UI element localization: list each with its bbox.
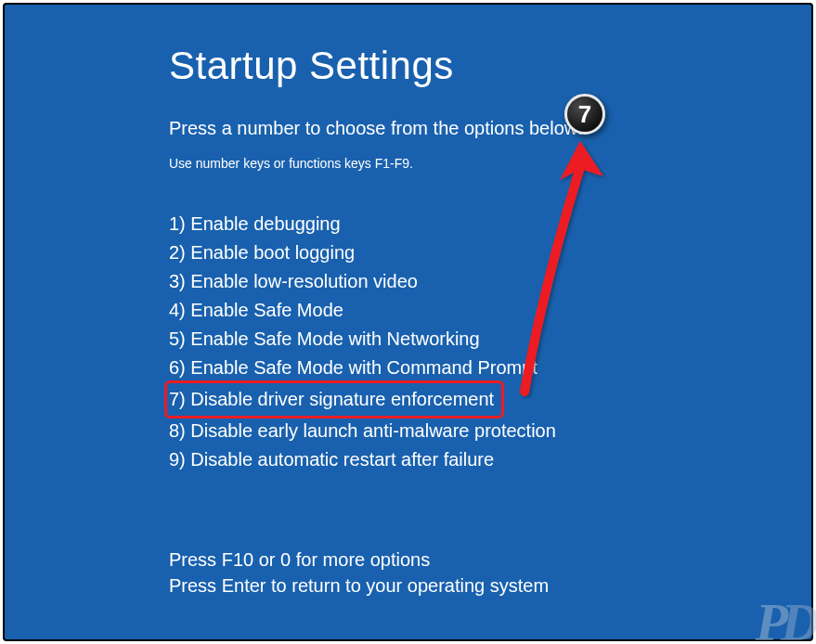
- page-title: Startup Settings: [169, 44, 811, 88]
- option-4-safe-mode[interactable]: 4) Enable Safe Mode: [169, 296, 343, 325]
- footer-more-options: Press F10 or 0 for more options: [169, 547, 811, 573]
- startup-options-list: 1) Enable debugging 2) Enable boot loggi…: [169, 210, 811, 474]
- startup-settings-screen: Startup Settings Press a number to choos…: [3, 3, 813, 641]
- option-2-boot-logging[interactable]: 2) Enable boot logging: [169, 238, 355, 267]
- option-5-safe-mode-networking[interactable]: 5) Enable Safe Mode with Networking: [169, 325, 480, 354]
- hint-text: Use number keys or functions keys F1-F9.: [169, 156, 811, 171]
- annotation-badge-7: 7: [564, 94, 605, 135]
- badge-number: 7: [578, 100, 591, 129]
- option-3-low-res-video[interactable]: 3) Enable low-resolution video: [169, 267, 418, 296]
- option-6-safe-mode-cmd[interactable]: 6) Enable Safe Mode with Command Prompt: [169, 354, 538, 382]
- option-7-disable-driver-sig[interactable]: 7) Disable driver signature enforcement: [169, 385, 494, 414]
- option-8-disable-antimalware[interactable]: 8) Disable early launch anti-malware pro…: [169, 417, 556, 445]
- highlight-box: 7) Disable driver signature enforcement: [164, 380, 504, 419]
- watermark-logo: PD: [756, 596, 812, 644]
- option-1-debugging[interactable]: 1) Enable debugging: [169, 210, 341, 238]
- footer-return: Press Enter to return to your operating …: [169, 573, 811, 599]
- option-9-disable-auto-restart[interactable]: 9) Disable automatic restart after failu…: [169, 445, 494, 474]
- instruction-text: Press a number to choose from the option…: [169, 118, 811, 139]
